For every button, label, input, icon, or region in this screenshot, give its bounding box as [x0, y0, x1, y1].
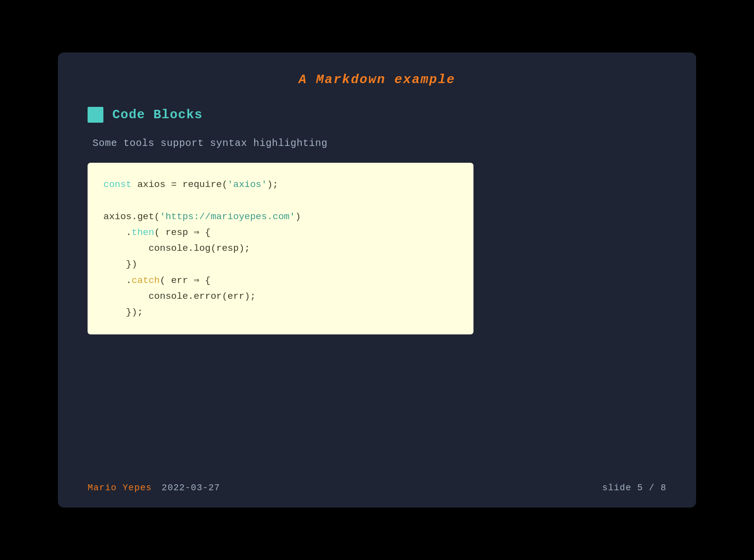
code-line-8: console.error(err);: [103, 288, 458, 304]
subtitle-text: Some tools support syntax highlighting: [88, 138, 666, 149]
code-line-3: axios.get('https://marioyepes.com'): [103, 209, 458, 225]
code-line-6: }): [103, 256, 458, 272]
code-line-1: const axios = require('axios');: [103, 177, 458, 192]
slide-footer: Mario Yepes 2022-03-27 slide 5 / 8: [88, 483, 666, 493]
slide-container: A Markdown example Code Blocks Some tool…: [58, 52, 696, 508]
code-line-4: .then( resp ⇒ {: [103, 225, 458, 240]
footer-left: Mario Yepes 2022-03-27: [88, 483, 220, 493]
code-line-5: console.log(resp);: [103, 240, 458, 256]
footer-author: Mario Yepes: [88, 483, 152, 493]
code-line-7: .catch( err ⇒ {: [103, 273, 458, 288]
teal-square-icon: [88, 107, 103, 123]
code-line-9: });: [103, 304, 458, 320]
slide-title: A Markdown example: [88, 72, 666, 87]
footer-date: 2022-03-27: [162, 483, 220, 493]
section-title: Code Blocks: [112, 107, 203, 122]
code-block: const axios = require('axios'); axios.ge…: [88, 163, 473, 334]
section-header: Code Blocks: [88, 107, 666, 123]
footer-slide-info: slide 5 / 8: [602, 483, 666, 493]
code-line-2: [103, 192, 458, 208]
